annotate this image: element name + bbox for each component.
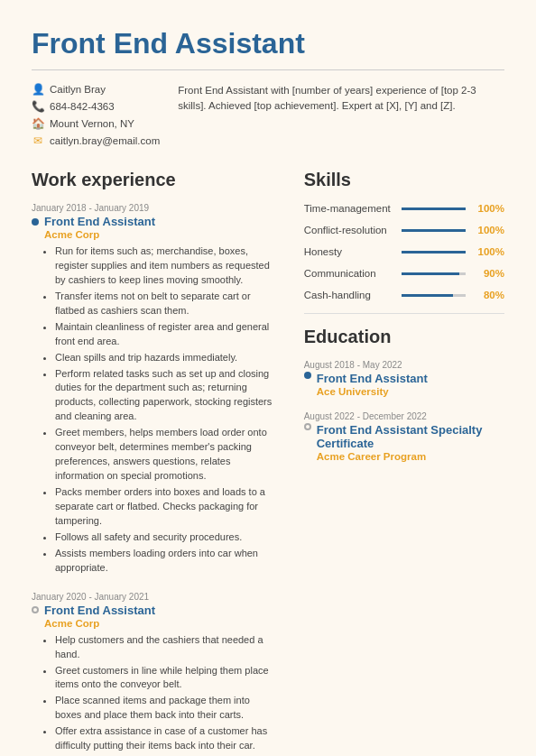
job-title: Front End Assistant [32, 604, 277, 617]
bullet-item: Transfer items not on belt to separate c… [55, 290, 277, 318]
right-column: Skills Time-management 100% Conflict-res… [304, 170, 504, 756]
bullet-dot [32, 218, 39, 226]
skill-row: Honesty 100% [304, 246, 504, 257]
work-experience-heading: Work experience [32, 170, 277, 190]
edu-date: August 2022 - December 2022 [304, 411, 504, 421]
bullet-item: Place scanned items and package them int… [55, 694, 277, 723]
skill-bar-fill [402, 294, 453, 297]
job-date: January 2020 - January 2021 [32, 592, 277, 602]
skill-bar-bg [402, 272, 466, 275]
contact-name: 👤 Caitlyn Bray [32, 83, 160, 96]
edu-school: Ace University [317, 386, 504, 397]
skill-bar-fill [402, 207, 466, 210]
edu-school: Acme Career Program [317, 451, 504, 462]
bullet-item: Run for items such as; merchandise, boxe… [55, 244, 277, 288]
bullet-item: Greet members, helps members load order … [55, 426, 277, 484]
contact-phone: 📞 684-842-4363 [32, 100, 160, 113]
bullet-item: Maintain cleanliness of register area an… [55, 320, 277, 349]
bullet-dot [304, 372, 311, 379]
skill-label: Honesty [304, 246, 394, 257]
skill-row: Time-management 100% [304, 203, 504, 214]
company-name: Acme Corp [44, 229, 277, 240]
skill-bar-bg [402, 207, 466, 210]
contact-section: 👤 Caitlyn Bray 📞 684-842-4363 🏠 Mount Ve… [32, 83, 504, 152]
skill-bar-bg [402, 229, 466, 232]
work-experience-list: January 2018 - January 2019 Front End As… [32, 203, 277, 756]
skills-divider [304, 313, 504, 314]
location-icon: 🏠 [32, 117, 44, 130]
skill-pct: 90% [473, 268, 504, 279]
job-bullets: Run for items such as; merchandise, boxe… [44, 244, 277, 576]
education-heading: Education [304, 327, 504, 347]
skills-heading: Skills [304, 170, 504, 190]
edu-title: Front End Assistant [304, 372, 504, 385]
job-entry: January 2018 - January 2019 Front End As… [32, 203, 277, 576]
contact-email: ✉ caitlyn.bray@email.com [32, 134, 160, 147]
skill-label: Time-management [304, 203, 394, 214]
bullet-item: Help customers and the cashiers that nee… [55, 633, 277, 662]
skill-pct: 100% [473, 246, 504, 257]
job-entry: January 2020 - January 2021 Front End As… [32, 592, 277, 756]
bullet-item: Packs member orders into boxes and loads… [55, 485, 277, 529]
edu-title: Front End Assistant Specialty Certificat… [304, 423, 504, 450]
page-title: Front End Assistant [32, 27, 504, 60]
skill-pct: 80% [473, 290, 504, 300]
edu-entry: August 2018 - May 2022 Front End Assista… [304, 360, 504, 397]
left-column: Work experience January 2018 - January 2… [32, 170, 277, 756]
skill-pct: 100% [473, 225, 504, 235]
edu-entry: August 2022 - December 2022 Front End As… [304, 411, 504, 462]
skill-bar-bg [402, 294, 466, 297]
phone-icon: 📞 [32, 100, 44, 113]
header-divider [32, 69, 504, 70]
email-icon: ✉ [32, 134, 44, 147]
main-content: Work experience January 2018 - January 2… [32, 170, 504, 756]
summary-text: Front End Assistant with [number of year… [178, 83, 504, 152]
contact-left: 👤 Caitlyn Bray 📞 684-842-4363 🏠 Mount Ve… [32, 83, 160, 152]
skill-row: Cash-handling 80% [304, 290, 504, 300]
bullet-item: Offer extra assistance in case of a cust… [55, 724, 277, 753]
job-date: January 2018 - January 2019 [32, 203, 277, 213]
skill-bar-fill [402, 251, 466, 254]
person-icon: 👤 [32, 83, 44, 96]
skill-pct: 100% [473, 203, 504, 214]
education-list: August 2018 - May 2022 Front End Assista… [304, 360, 504, 462]
edu-date: August 2018 - May 2022 [304, 360, 504, 370]
skill-bar-bg [402, 251, 466, 254]
job-bullets: Help customers and the cashiers that nee… [44, 633, 277, 756]
skill-bar-fill [402, 229, 466, 232]
job-title: Front End Assistant [32, 215, 277, 228]
skill-label: Cash-handling [304, 290, 394, 300]
bullet-item: Clean spills and trip hazards immediatel… [55, 351, 277, 365]
bullet-item: Perform related tasks such as set up and… [55, 367, 277, 425]
skills-list: Time-management 100% Conflict-resolution… [304, 203, 504, 300]
bullet-dot-empty [304, 423, 311, 430]
skill-bar-fill [402, 272, 459, 275]
skill-row: Communication 90% [304, 268, 504, 279]
bullet-item: Assists members loading orders into car … [55, 547, 277, 576]
company-name: Acme Corp [44, 618, 277, 629]
bullet-dot-empty [32, 606, 39, 613]
skill-label: Communication [304, 268, 394, 279]
contact-location: 🏠 Mount Vernon, NY [32, 117, 160, 130]
bullet-item: Greet customers in line while helping th… [55, 664, 277, 693]
bullet-item: Follows all safety and security procedur… [55, 530, 277, 545]
skill-row: Conflict-resolution 100% [304, 225, 504, 235]
skill-label: Conflict-resolution [304, 225, 394, 235]
